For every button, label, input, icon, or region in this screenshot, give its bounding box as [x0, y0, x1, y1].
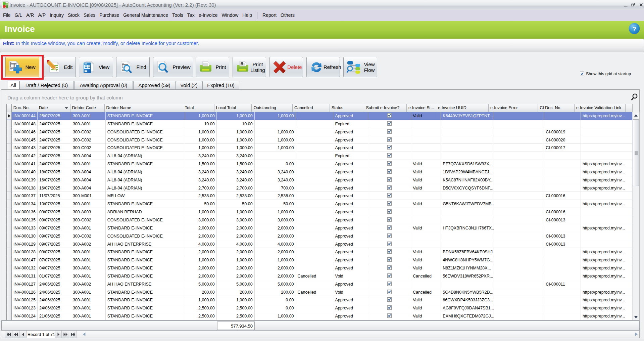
svg-text:?: ?	[632, 26, 636, 33]
svg-text:R: R	[241, 61, 243, 65]
